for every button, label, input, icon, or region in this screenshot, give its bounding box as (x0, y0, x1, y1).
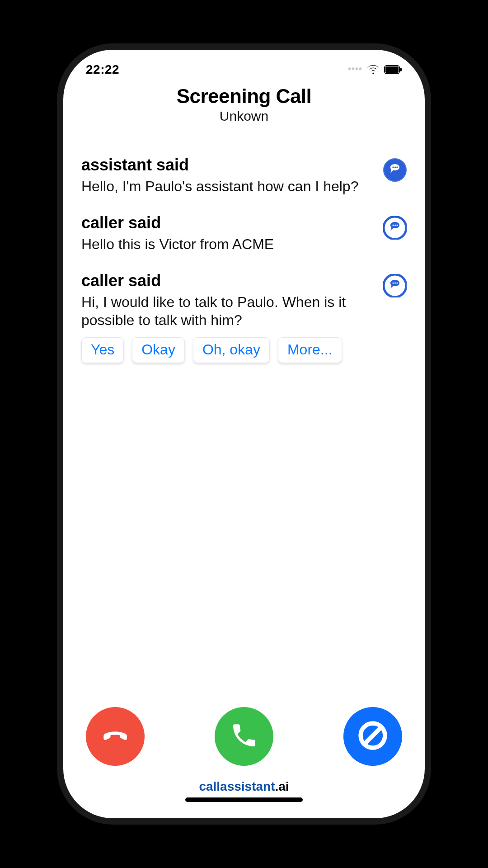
message-speaker-label: caller said (81, 213, 371, 232)
accept-call-button[interactable] (215, 707, 273, 766)
status-right: •••• (348, 64, 402, 76)
svg-point-9 (394, 224, 396, 226)
svg-point-5 (394, 166, 396, 168)
svg-line-16 (365, 728, 381, 744)
page-subtitle: Unkown (81, 108, 407, 124)
page-title: Screening Call (81, 85, 407, 108)
block-caller-button[interactable] (343, 707, 402, 766)
status-time: 22:22 (86, 62, 119, 77)
transcript-message: caller said Hello this is Victor from AC… (81, 213, 407, 253)
footer: callassistant.ai (63, 779, 425, 818)
quick-reply-button[interactable]: Yes (81, 337, 124, 363)
home-indicator[interactable] (185, 797, 303, 802)
battery-icon (384, 65, 402, 74)
svg-rect-2 (400, 68, 402, 71)
block-icon (356, 718, 390, 755)
quick-replies-row: Yes Okay Oh, okay More... (81, 337, 407, 363)
quick-reply-button[interactable]: Okay (132, 337, 185, 363)
call-action-bar (63, 707, 425, 779)
decline-call-button[interactable] (86, 707, 145, 766)
speech-bubble-icon[interactable] (383, 158, 407, 182)
transcript-message: assistant said Hello, I'm Paulo's assist… (81, 156, 407, 195)
wifi-icon (367, 65, 380, 75)
svg-point-10 (396, 224, 398, 226)
message-speaker-label: caller said (81, 271, 371, 290)
svg-point-8 (392, 224, 394, 226)
message-text: Hi, I would like to talk to Paulo. When … (81, 293, 371, 329)
message-speaker-label: assistant said (81, 156, 371, 175)
signal-dots-icon: •••• (348, 64, 362, 76)
brand-suffix: .ai (275, 779, 289, 793)
phone-hangup-icon (99, 720, 131, 753)
transcript-message: caller said Hi, I would like to talk to … (81, 271, 407, 329)
svg-point-12 (392, 282, 394, 283)
screen-header: Screening Call Unkown (63, 81, 425, 128)
message-text: Hello, I'm Paulo's assistant how can I h… (81, 177, 371, 195)
message-text: Hello this is Victor from ACME (81, 235, 371, 253)
brand-label: callassistant.ai (199, 779, 289, 793)
svg-point-6 (396, 166, 398, 168)
transcript: assistant said Hello, I'm Paulo's assist… (63, 128, 425, 707)
status-bar: 22:22 •••• (63, 50, 425, 81)
speech-bubble-icon[interactable] (383, 216, 407, 240)
svg-point-13 (394, 282, 396, 283)
brand-primary: callassistant (199, 779, 275, 793)
svg-point-4 (392, 166, 394, 168)
phone-frame: 22:22 •••• Screening Call Unkown assista… (63, 50, 425, 818)
speech-bubble-icon[interactable] (383, 274, 407, 297)
svg-rect-1 (385, 66, 399, 73)
quick-reply-button[interactable]: Oh, okay (193, 337, 270, 363)
svg-point-14 (396, 282, 398, 283)
phone-icon (230, 721, 258, 752)
quick-reply-more-button[interactable]: More... (278, 337, 342, 363)
